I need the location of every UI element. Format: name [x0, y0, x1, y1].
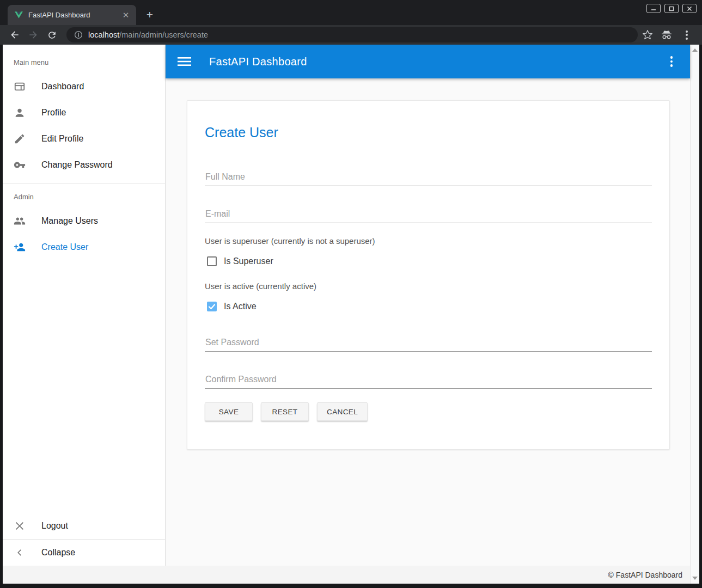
checkbox-label: Is Superuser	[224, 256, 273, 266]
browser-tabstrip: FastAPI Dashboard ✕ +	[0, 0, 702, 25]
app-title: FastAPI Dashboard	[209, 56, 307, 68]
reset-button[interactable]: RESET	[261, 402, 309, 421]
page-scrollbar[interactable]	[690, 45, 699, 584]
page: Main menu Dashboard Profile	[3, 45, 690, 584]
sidebar-item-dashboard[interactable]: Dashboard	[3, 74, 165, 100]
sidebar: Main menu Dashboard Profile	[3, 45, 166, 566]
new-tab-button[interactable]: +	[143, 8, 157, 22]
superuser-hint: User is superuser (currently is not a su…	[205, 236, 652, 246]
footer-copyright: © FastAPI Dashboard	[608, 571, 682, 579]
sidebar-item-label: Logout	[41, 521, 68, 531]
app-menu-icon[interactable]	[665, 55, 678, 68]
pencil-icon	[14, 133, 26, 145]
tab-title: FastAPI Dashboard	[28, 11, 121, 19]
scroll-down-icon[interactable]	[692, 577, 698, 580]
browser-menu-icon[interactable]	[680, 28, 693, 41]
set-password-field[interactable]	[205, 333, 652, 352]
sidebar-item-edit-profile[interactable]: Edit Profile	[3, 126, 165, 152]
url-host: localhost	[88, 30, 119, 39]
sidebar-section-main-menu: Main menu	[3, 45, 165, 74]
back-button[interactable]	[7, 27, 22, 42]
cancel-button[interactable]: CANCEL	[317, 402, 368, 421]
sidebar-item-profile[interactable]: Profile	[3, 100, 165, 126]
is-active-checkbox-row[interactable]: Is Active	[205, 302, 652, 311]
checkbox-unchecked-icon[interactable]	[207, 256, 217, 266]
sidebar-section-admin: Admin	[3, 183, 165, 208]
sidebar-item-logout[interactable]: Logout	[3, 513, 165, 539]
sidebar-item-label: Dashboard	[41, 82, 84, 91]
close-icon	[14, 520, 26, 532]
sidebar-item-label: Create User	[41, 242, 88, 252]
app-bar: FastAPI Dashboard	[166, 45, 690, 78]
checkbox-checked-icon[interactable]	[207, 302, 217, 311]
key-icon	[14, 159, 26, 171]
sidebar-item-label: Manage Users	[41, 216, 98, 226]
email-field[interactable]	[205, 205, 652, 223]
window-minimize-button[interactable]	[646, 4, 661, 13]
sidebar-item-collapse[interactable]: Collapse	[3, 540, 165, 566]
vue-favicon-icon	[14, 10, 23, 20]
sidebar-item-label: Collapse	[41, 548, 75, 558]
main-area: FastAPI Dashboard Create User User is su…	[166, 45, 690, 566]
browser-tab[interactable]: FastAPI Dashboard ✕	[8, 5, 136, 25]
save-button[interactable]: SAVE	[205, 402, 253, 421]
sidebar-item-label: Change Password	[41, 160, 113, 170]
reload-button[interactable]	[44, 27, 59, 42]
sidebar-item-change-password[interactable]: Change Password	[3, 152, 165, 178]
page-footer: © FastAPI Dashboard	[3, 566, 690, 584]
scroll-up-icon[interactable]	[692, 48, 698, 52]
sidebar-item-create-user[interactable]: Create User	[3, 234, 165, 260]
window-close-button[interactable]	[682, 4, 697, 13]
sidebar-item-manage-users[interactable]: Manage Users	[3, 208, 165, 234]
sidebar-item-label: Profile	[41, 108, 66, 118]
window-maximize-button[interactable]	[664, 4, 679, 13]
confirm-password-field[interactable]	[205, 370, 652, 389]
chevron-left-icon	[14, 547, 26, 559]
active-hint: User is active (currently active)	[205, 281, 652, 291]
person-add-icon	[14, 241, 26, 253]
page-title: Create User	[205, 125, 652, 140]
site-info-icon[interactable]	[74, 30, 83, 39]
dashboard-icon	[14, 81, 26, 93]
sidebar-item-label: Edit Profile	[41, 134, 83, 144]
hamburger-menu-icon[interactable]	[178, 56, 191, 67]
incognito-icon	[661, 29, 673, 40]
people-icon	[14, 215, 26, 227]
url-text: localhost/main/admin/users/create	[88, 30, 208, 39]
full-name-field[interactable]	[205, 168, 652, 186]
url-path: /main/admin/users/create	[119, 30, 208, 39]
create-user-card: Create User User is superuser (currently…	[187, 100, 670, 450]
tab-close-icon[interactable]: ✕	[121, 10, 131, 20]
is-superuser-checkbox-row[interactable]: Is Superuser	[205, 256, 652, 266]
content-area: Create User User is superuser (currently…	[166, 78, 690, 566]
checkbox-label: Is Active	[224, 302, 257, 311]
url-bar[interactable]: localhost/main/admin/users/create	[66, 27, 638, 42]
person-icon	[14, 107, 26, 119]
browser-toolbar: localhost/main/admin/users/create	[0, 25, 702, 45]
forward-button[interactable]	[26, 27, 41, 42]
bookmark-star-icon[interactable]	[642, 29, 653, 40]
